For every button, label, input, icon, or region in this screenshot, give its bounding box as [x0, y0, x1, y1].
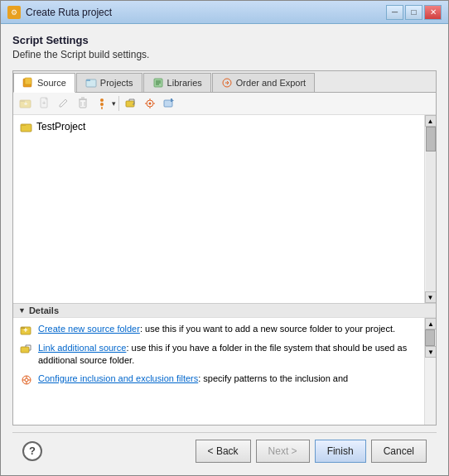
finish-button[interactable]: Finish [315, 440, 366, 463]
details-label: Details [29, 305, 59, 315]
detail-text-3-rest: : specify patterns to the inclusion and [198, 373, 348, 383]
svg-rect-15 [80, 99, 86, 108]
tab-source[interactable]: Source [13, 73, 75, 93]
tab-order-export[interactable]: Order and Export [212, 73, 315, 92]
tab-toolbar: + + [13, 93, 436, 115]
tab-bar: Source Projects [13, 71, 436, 93]
dropdown-arrow-icon[interactable]: ▾ [112, 99, 116, 108]
details-scrollbar[interactable]: ▲ ▼ [424, 318, 436, 425]
details-content: + Create new source folder: use this if … [13, 318, 424, 425]
detail-text-1-rest: : use this if you want to add a new sour… [140, 324, 395, 334]
dropdown-button[interactable]: ▾ [93, 94, 116, 113]
help-button[interactable]: ? [22, 441, 42, 461]
tab-projects[interactable]: Projects [76, 73, 142, 92]
tab-libraries-label: Libraries [167, 78, 202, 88]
bottom-right: < Back Next > Finish Cancel [196, 440, 427, 463]
header-section: Script Settings Define the Script build … [12, 34, 437, 60]
tree-scrollbar[interactable]: ▲ ▼ [424, 115, 436, 303]
scroll-track[interactable] [426, 127, 436, 291]
window-icon: ⚙ [7, 6, 21, 19]
svg-rect-30 [171, 99, 172, 102]
create-folder-icon: + [20, 324, 33, 337]
page-subtitle: Define the Script build settings. [12, 49, 437, 60]
link-source-button[interactable] [122, 94, 140, 113]
close-button[interactable]: ✕ [424, 5, 442, 20]
tab-projects-label: Projects [100, 78, 133, 88]
detail-item-1: + Create new source folder: use this if … [20, 323, 418, 337]
detail-text-1: Create new source folder: use this if yo… [38, 323, 418, 335]
svg-text:+: + [42, 99, 46, 107]
tab-libraries[interactable]: Libraries [143, 73, 211, 92]
svg-rect-3 [86, 79, 90, 81]
dropdown-main[interactable] [93, 94, 111, 113]
tab-area: Source Projects [12, 70, 437, 426]
svg-text:+: + [24, 100, 28, 108]
detail-text-3: Configure inclusion and exclusion filter… [38, 373, 418, 385]
link-source-icon [20, 343, 33, 356]
details-panel: + Create new source folder: use this if … [13, 317, 436, 425]
projects-tab-icon [85, 77, 97, 89]
order-export-tab-icon [221, 77, 233, 89]
tree-item-label: TestProject [36, 121, 85, 132]
tree-item-testproject[interactable]: TestProject [17, 118, 421, 135]
detail-text-2: Link additional source: use this if you … [38, 342, 418, 368]
remove-button[interactable] [74, 94, 92, 113]
bottom-left: ? [22, 441, 42, 461]
details-collapse-icon: ▼ [18, 306, 26, 315]
bottom-bar: ? < Back Next > Finish Cancel [12, 432, 437, 469]
title-bar-left: ⚙ Create Ruta project [7, 6, 112, 19]
scroll-thumb[interactable] [426, 127, 436, 151]
source-tab-icon [22, 77, 34, 89]
add-file-button[interactable]: + [36, 94, 54, 113]
detail-item-2: Link additional source: use this if you … [20, 342, 418, 368]
scroll-down-arrow[interactable]: ▼ [425, 291, 437, 303]
details-divider[interactable]: ▼ Details [13, 303, 436, 317]
next-button[interactable]: Next > [256, 440, 310, 463]
svg-rect-1 [25, 78, 31, 84]
scroll-up-arrow[interactable]: ▲ [425, 115, 437, 127]
configure-filters-icon [20, 373, 33, 387]
back-button[interactable]: < Back [196, 440, 251, 463]
tab-source-label: Source [37, 78, 66, 88]
dialog-content: Script Settings Define the Script build … [1, 24, 448, 475]
detail-item-3: Configure inclusion and exclusion filter… [20, 373, 418, 387]
edit-button[interactable] [55, 94, 73, 113]
title-buttons: ─ □ ✕ [386, 5, 442, 20]
configure-filters-link[interactable]: Configure inclusion and exclusion filter… [38, 373, 198, 383]
svg-point-20 [100, 99, 104, 102]
maximize-button[interactable]: □ [405, 5, 422, 20]
add-source-folder-button[interactable]: + [17, 94, 35, 113]
folder-icon [20, 120, 33, 133]
cancel-button[interactable]: Cancel [371, 440, 427, 463]
toolbar-separator [118, 96, 119, 111]
svg-rect-36 [21, 347, 29, 353]
svg-text:+: + [23, 326, 27, 334]
svg-point-24 [149, 103, 152, 105]
details-scroll-up[interactable]: ▲ [425, 318, 436, 329]
window-title: Create Ruta project [26, 7, 112, 18]
tab-order-export-label: Order and Export [236, 78, 306, 88]
create-folder-link[interactable]: Create new source folder [38, 324, 140, 334]
configure-button[interactable] [141, 94, 159, 113]
libraries-tab-icon [152, 77, 164, 89]
details-scroll-track[interactable] [425, 329, 435, 346]
main-window: ⚙ Create Ruta project ─ □ ✕ Script Setti… [0, 0, 449, 476]
source-tree[interactable]: TestProject [13, 115, 424, 303]
svg-point-38 [25, 378, 28, 382]
title-bar: ⚙ Create Ruta project ─ □ ✕ [1, 1, 448, 24]
details-scroll-thumb[interactable] [425, 329, 435, 346]
svg-line-14 [65, 99, 67, 101]
link-source-link[interactable]: Link additional source [38, 343, 126, 353]
page-title: Script Settings [12, 34, 437, 46]
minimize-button[interactable]: ─ [386, 5, 403, 20]
details-scroll-down[interactable]: ▼ [425, 346, 436, 358]
svg-point-21 [100, 103, 104, 106]
tab-content: TestProject ▲ ▼ [13, 115, 436, 303]
export-button[interactable] [160, 94, 178, 113]
